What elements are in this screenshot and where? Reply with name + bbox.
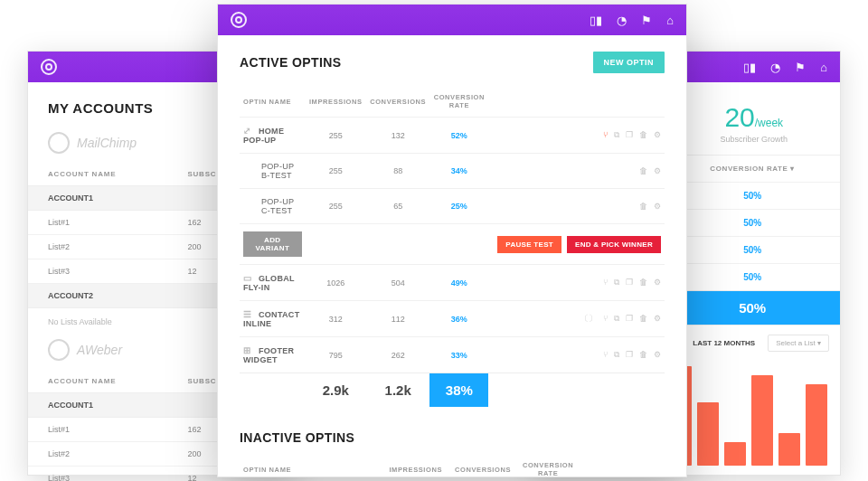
optin-conversions: 88 xyxy=(366,154,429,189)
optin-row[interactable]: ⊞FOOTER WIDGET79526233%⑂⧉❐🗑⚙ xyxy=(240,337,665,373)
optin-name: ☰CONTACT INLINE xyxy=(240,301,306,337)
share-icon[interactable]: ⑂ xyxy=(603,130,608,139)
optin-rate: 52% xyxy=(429,118,488,154)
list-name: List#1 xyxy=(28,211,167,235)
optin-rate: 34% xyxy=(429,154,488,189)
end-pick-winner-button[interactable]: END & PICK WINNER xyxy=(567,236,661,253)
duplicate-icon[interactable]: ⧉ xyxy=(614,350,619,360)
optin-impressions: 255 xyxy=(306,189,366,224)
trash-icon[interactable]: 🗑 xyxy=(639,202,647,211)
col-conversion-rate: CONVERSION RATE ▾ xyxy=(665,156,840,183)
copy-icon[interactable]: ❐ xyxy=(626,350,633,359)
chart-bar xyxy=(778,433,800,466)
optin-rate: 33% xyxy=(429,337,488,373)
optin-row[interactable]: ☰CONTACT INLINE31211236%〔〕⑂⧉❐🗑⚙ xyxy=(240,301,665,337)
gear-icon[interactable]: ⚙ xyxy=(654,130,661,139)
trash-icon[interactable]: 🗑 xyxy=(639,130,647,139)
trash-icon[interactable]: 🗑 xyxy=(639,278,647,287)
optin-actions: 🗑⚙ xyxy=(488,154,665,189)
optin-conversions: 504 xyxy=(366,265,429,301)
inline-icon: ☰ xyxy=(243,309,253,319)
total-rate: 38% xyxy=(429,373,488,408)
optin-row[interactable]: POP-UP B-TEST2558834%🗑⚙ xyxy=(240,154,665,189)
optin-actions: 🗑⚙ xyxy=(488,189,665,224)
provider-name: MailChimp xyxy=(77,136,137,150)
pause-test-button[interactable]: PAUSE TEST xyxy=(497,236,561,253)
optin-rate: 36% xyxy=(429,301,488,337)
clock-icon[interactable]: ◔ xyxy=(617,14,627,27)
share-icon[interactable]: ⑂ xyxy=(603,350,608,359)
col-account-name: ACCOUNT NAME xyxy=(28,163,167,186)
trash-icon[interactable]: 🗑 xyxy=(639,350,647,359)
total-impressions: 2.9k xyxy=(306,373,366,408)
metric-growth: 20/week Subscriber Growth xyxy=(720,102,788,144)
optin-row[interactable]: ▭GLOBAL FLY-IN102650449%⑂⧉❐🗑⚙ xyxy=(240,265,665,301)
home-icon[interactable]: ⌂ xyxy=(666,14,674,27)
variant-controls-row: ADD VARIANT PAUSE TESTEND & PICK WINNER xyxy=(240,224,665,265)
list-select[interactable]: Select a List ▾ xyxy=(768,335,829,352)
gear-icon[interactable]: ⚙ xyxy=(654,314,661,323)
gear-icon[interactable]: ⚙ xyxy=(654,278,661,287)
optin-conversions: 262 xyxy=(366,337,429,373)
list-name: List#2 xyxy=(28,235,167,259)
inactive-optins-heading: INACTIVE OPTINS xyxy=(240,430,665,445)
optin-impressions: 312 xyxy=(306,301,366,337)
optin-row[interactable]: POP-UP C-TEST2556525%🗑⚙ xyxy=(240,189,665,224)
col-conversions: CONVERSIONS xyxy=(366,86,429,118)
optin-impressions: 255 xyxy=(306,118,366,154)
provider-logo-icon xyxy=(48,339,70,361)
trash-icon[interactable]: 🗑 xyxy=(639,166,647,175)
new-optin-button[interactable]: NEW OPTIN xyxy=(593,52,665,73)
add-variant-button[interactable]: ADD VARIANT xyxy=(243,231,302,257)
optin-actions: ⑂⧉❐🗑⚙ xyxy=(488,265,665,301)
inactive-optins-table: OPTIN NAME IMPRESSIONS CONVERSIONS CONVE… xyxy=(240,454,665,481)
col-account-name: ACCOUNT NAME xyxy=(28,370,167,393)
chart-icon[interactable]: ▯▮ xyxy=(590,14,602,27)
optin-impressions: 795 xyxy=(306,337,366,373)
people-icon[interactable]: ⚑ xyxy=(795,61,806,74)
widget-icon: ⊞ xyxy=(243,345,253,355)
optin-actions: 〔〕⑂⧉❐🗑⚙ xyxy=(488,301,665,337)
logo-icon xyxy=(41,59,57,75)
share-icon[interactable]: ⑂ xyxy=(603,278,608,287)
optin-name: ▭GLOBAL FLY-IN xyxy=(240,265,306,301)
optin-name: POP-UP B-TEST xyxy=(240,154,306,189)
optins-panel: ▯▮ ◔ ⚑ ⌂ ACTIVE OPTINS NEW OPTIN OPTIN N… xyxy=(217,4,687,477)
home-icon[interactable]: ⌂ xyxy=(820,61,827,74)
col-name: OPTIN NAME xyxy=(240,86,306,118)
people-icon[interactable]: ⚑ xyxy=(641,14,652,27)
optin-actions: ⑂⧉❐🗑⚙ xyxy=(488,118,665,154)
copy-icon[interactable]: ❐ xyxy=(626,130,633,139)
clock-icon[interactable]: ◔ xyxy=(770,61,780,74)
flyin-icon: ▭ xyxy=(243,273,253,283)
nav-caret-icon xyxy=(659,35,670,41)
col-impressions: IMPRESSIONS xyxy=(306,86,366,118)
copy-icon[interactable]: ❐ xyxy=(626,314,633,323)
brackets-icon[interactable]: 〔〕 xyxy=(580,313,597,325)
duplicate-icon[interactable]: ⧉ xyxy=(614,130,619,140)
list-name: List#1 xyxy=(28,418,167,442)
optin-name: ⊞FOOTER WIDGET xyxy=(240,337,306,373)
gear-icon[interactable]: ⚙ xyxy=(654,166,661,175)
optin-impressions: 1026 xyxy=(306,265,366,301)
optin-row[interactable]: ⤢HOME POP-UP25513252%⑂⧉❐🗑⚙ xyxy=(240,118,665,154)
filter-12months[interactable]: LAST 12 MONTHS xyxy=(693,339,755,347)
optin-impressions: 255 xyxy=(306,154,366,189)
gear-icon[interactable]: ⚙ xyxy=(654,202,661,211)
col-impressions: IMPRESSIONS xyxy=(382,454,449,481)
optin-rate: 49% xyxy=(429,265,488,301)
chart-icon[interactable]: ▯▮ xyxy=(743,61,756,74)
total-rate: 50% xyxy=(665,291,840,325)
gear-icon[interactable]: ⚙ xyxy=(654,350,661,359)
copy-icon[interactable]: ❐ xyxy=(626,278,633,287)
active-optins-table: OPTIN NAME IMPRESSIONS CONVERSIONS CONVE… xyxy=(240,86,665,407)
duplicate-icon[interactable]: ⧉ xyxy=(614,278,619,288)
chart-bar xyxy=(697,402,719,466)
trash-icon[interactable]: 🗑 xyxy=(639,314,647,323)
duplicate-icon[interactable]: ⧉ xyxy=(614,314,619,324)
list-name: List#3 xyxy=(28,467,167,482)
total-conversions: 1.2k xyxy=(366,373,429,408)
optin-actions: ⑂⧉❐🗑⚙ xyxy=(488,337,665,373)
share-icon[interactable]: ⑂ xyxy=(603,314,608,323)
chart-bar xyxy=(724,442,746,466)
